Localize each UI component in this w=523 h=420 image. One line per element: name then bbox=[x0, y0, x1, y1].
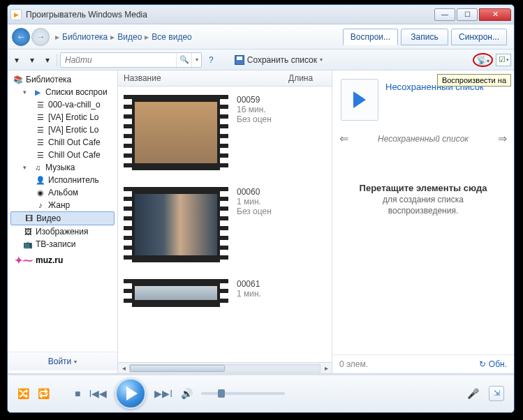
scroll-right-icon[interactable]: ▸ bbox=[321, 364, 332, 372]
video-item[interactable]: 00060 1 мин. Без оцен bbox=[118, 179, 332, 271]
drop-sub2: воспроизведения. bbox=[388, 206, 458, 216]
tree-artist[interactable]: 👤Исполнитель bbox=[8, 174, 117, 186]
search-box[interactable]: 🔍 ▾ bbox=[60, 52, 202, 68]
list-icon: ☰ bbox=[36, 112, 45, 122]
app-icon bbox=[10, 9, 22, 20]
video-list[interactable]: 00059 16 мин. Без оцен 00060 1 мин. Без … bbox=[118, 87, 332, 362]
tree-playlist-item[interactable]: ☰Chill Out Cafe bbox=[8, 136, 117, 149]
organize-menu[interactable]: ▾ bbox=[10, 54, 23, 66]
tree-playlist-item[interactable]: ☰Chill Out Cafe bbox=[8, 149, 117, 161]
chevron-right-icon: ▸ bbox=[145, 32, 149, 42]
tab-sync[interactable]: Синхрон... bbox=[451, 29, 507, 45]
music-icon: ♫ bbox=[33, 163, 43, 172]
options-check-button[interactable]: ☑▾ bbox=[496, 54, 511, 66]
chevron-right-icon: ▸ bbox=[55, 32, 59, 42]
next-track-button[interactable]: ▶▶I bbox=[154, 388, 172, 399]
chevron-down-icon: ▾ bbox=[320, 57, 323, 63]
seek-bar[interactable] bbox=[8, 374, 514, 375]
video-id: 00061 bbox=[237, 279, 261, 289]
tree-library[interactable]: 📚 Библиотека bbox=[8, 73, 117, 86]
tree-images[interactable]: 🖼 Изображения bbox=[8, 225, 117, 238]
volume-slider[interactable] bbox=[201, 392, 285, 395]
tv-icon: 📺 bbox=[23, 239, 33, 249]
mute-button[interactable]: 🔊 bbox=[181, 388, 193, 399]
tab-burn[interactable]: Запись bbox=[401, 29, 448, 45]
search-dropdown-icon[interactable]: ▾ bbox=[191, 53, 201, 67]
drop-sub1: для создания списка bbox=[383, 195, 464, 204]
login-label: Войти bbox=[48, 357, 72, 366]
stop-button[interactable]: ■ bbox=[75, 388, 80, 399]
tree-music[interactable]: ▾ ♫ Музыка bbox=[8, 161, 117, 174]
volume-knob[interactable] bbox=[218, 389, 225, 398]
tree-playlist-item[interactable]: ☰[VA] Erotic Lo bbox=[8, 123, 117, 136]
video-duration: 1 мин. bbox=[237, 197, 272, 207]
collapse-icon[interactable]: ▾ bbox=[23, 89, 30, 96]
mic-button[interactable]: 🎤 bbox=[467, 388, 479, 399]
titlebar: Проигрыватель Windows Media bbox=[8, 5, 514, 24]
prev-track-button[interactable]: I◀◀ bbox=[89, 388, 107, 399]
artist-icon: 👤 bbox=[36, 175, 45, 185]
video-item[interactable]: 00061 1 мин. bbox=[118, 271, 332, 307]
tab-play[interactable]: Воспрои... bbox=[343, 29, 398, 45]
scroll-thumb[interactable] bbox=[130, 365, 225, 372]
collapse-icon[interactable]: ▾ bbox=[23, 164, 30, 171]
tree-tv[interactable]: 📺 ТВ-записи bbox=[8, 238, 117, 250]
search-icon[interactable]: 🔍 bbox=[176, 53, 191, 67]
library-icon: 📚 bbox=[13, 75, 23, 84]
drop-heading: Перетащите элементы сюда bbox=[360, 183, 487, 193]
close-button[interactable] bbox=[479, 8, 511, 21]
playlist-nav: ⇐ Несохраненный список ⇒ bbox=[332, 129, 514, 148]
player-controls: 🔀 🔁 ■ I◀◀ ▶▶I 🔊 🎤 ⇲ bbox=[8, 373, 514, 412]
maximize-button[interactable] bbox=[457, 8, 478, 21]
switch-view-button[interactable]: ⇲ bbox=[489, 386, 504, 401]
save-list-label: Сохранить список bbox=[247, 55, 317, 65]
toolbar: ▾ ▾ ▾ 🔍 ▾ ? Сохранить список ▾ 📡▾ ☑▾ bbox=[8, 50, 514, 70]
column-name[interactable]: Название bbox=[118, 70, 283, 86]
tree-playlist-item[interactable]: ☰000-va-chill_o bbox=[8, 98, 117, 111]
list-header: Название Длина bbox=[118, 70, 332, 87]
next-list-button[interactable]: ⇒ bbox=[498, 132, 507, 145]
breadcrumb-all-video[interactable]: Все видео bbox=[152, 32, 191, 42]
images-icon: 🖼 bbox=[23, 227, 33, 237]
tree-album[interactable]: ◉Альбом bbox=[8, 186, 117, 199]
breadcrumb-video[interactable]: Видео bbox=[117, 32, 142, 42]
prev-list-button[interactable]: ⇐ bbox=[339, 132, 348, 145]
list-icon: ☰ bbox=[36, 150, 45, 160]
breadcrumb-library[interactable]: Библиотека bbox=[62, 32, 108, 42]
nav-bar: ← → ▸ Библиотека ▸ Видео ▸ Все видео Вос… bbox=[8, 24, 514, 50]
tree-playlist-item[interactable]: ☰[VA] Erotic Lo bbox=[8, 111, 117, 123]
video-duration: 1 мин. bbox=[237, 289, 261, 299]
column-length[interactable]: Длина bbox=[283, 70, 332, 86]
video-icon: 🎞 bbox=[24, 213, 34, 223]
tree-genre[interactable]: ♪Жанр bbox=[8, 199, 117, 211]
breadcrumb: ▸ Библиотека ▸ Видео ▸ Все видео bbox=[55, 32, 343, 42]
stream-menu[interactable]: ▾ bbox=[26, 54, 38, 66]
repeat-button[interactable]: 🔁 bbox=[38, 388, 50, 399]
genre-icon: ♪ bbox=[36, 200, 45, 210]
video-rating: Без оцен bbox=[237, 207, 272, 216]
muz-ru-service[interactable]: ✦⁓ muz.ru bbox=[8, 250, 117, 270]
video-item[interactable]: 00059 16 мин. Без оцен bbox=[118, 87, 332, 179]
scroll-track[interactable] bbox=[129, 364, 321, 373]
playlist-pane: Несохраненный список ✕ ⇐ Несохраненный с… bbox=[332, 70, 514, 373]
create-playlist-menu[interactable]: ▾ bbox=[41, 54, 54, 66]
play-button[interactable] bbox=[115, 378, 146, 409]
search-input[interactable] bbox=[61, 53, 176, 67]
tree-playlists[interactable]: ▾ ▶ Списки воспрои bbox=[8, 86, 117, 98]
playlist-icon bbox=[341, 79, 378, 121]
nav-tree: 📚 Библиотека ▾ ▶ Списки воспрои ☰000-va-… bbox=[8, 73, 117, 352]
save-list-button[interactable]: Сохранить список ▾ bbox=[230, 54, 327, 66]
minimize-button[interactable] bbox=[434, 8, 455, 21]
video-rating: Без оцен bbox=[237, 114, 272, 124]
playlist-drop-zone[interactable]: Перетащите элементы сюда для создания сп… bbox=[332, 148, 514, 354]
help-button[interactable]: ? bbox=[205, 54, 218, 66]
nav-forward-button[interactable]: → bbox=[31, 28, 50, 46]
horizontal-scrollbar[interactable]: ◂ ▸ bbox=[118, 362, 332, 373]
scroll-left-icon[interactable]: ◂ bbox=[118, 364, 129, 372]
refresh-button[interactable]: ↻ Обн. bbox=[479, 359, 507, 369]
tree-video[interactable]: 🎞 Видео bbox=[10, 211, 115, 225]
login-bar[interactable]: Войти ▾ bbox=[8, 352, 117, 370]
nav-back-button[interactable]: ← bbox=[12, 28, 30, 46]
play-to-button[interactable]: 📡▾ bbox=[473, 53, 493, 67]
shuffle-button[interactable]: 🔀 bbox=[17, 388, 29, 399]
